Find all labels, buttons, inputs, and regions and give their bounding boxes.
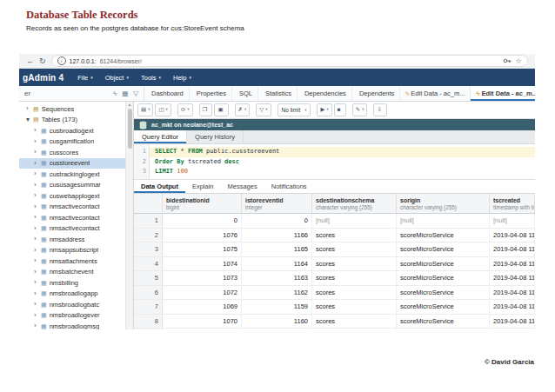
row-number-cell[interactable]: 4 — [134, 257, 163, 271]
row-number-cell[interactable]: 9 — [134, 329, 163, 329]
chevron-right-icon[interactable]: › — [34, 279, 38, 286]
chevron-right-icon[interactable]: › — [34, 203, 38, 210]
tree-table-item[interactable]: › ▦ nmsbatchevent — [19, 267, 125, 278]
tab-query-editor[interactable]: Query Editor — [134, 130, 187, 143]
tab-edit-data-1[interactable]: ϟ Edit Data - ac_m... — [400, 86, 471, 101]
paste-button[interactable]: ▣ — [214, 103, 228, 116]
cell-tscreated[interactable]: 2019-04-08 11:54:23+00 — [490, 300, 535, 314]
chevron-right-icon[interactable]: › — [34, 312, 38, 319]
cell-sorigin[interactable]: scoreMicroService — [397, 229, 490, 243]
tree-table-item[interactable]: › ▦ cususagesummar — [19, 180, 125, 191]
filter-button[interactable]: ▽ ▾ — [256, 103, 271, 116]
cell-tscreated[interactable]: 2019-04-08 11:54:36+00 — [490, 271, 535, 285]
chevron-right-icon[interactable]: › — [34, 290, 38, 297]
scrollbar-thumb[interactable] — [128, 109, 132, 149]
cell-bidestinationid[interactable]: 0 — [163, 214, 242, 228]
chevron-right-icon[interactable]: › — [34, 149, 38, 156]
row-number-cell[interactable]: 3 — [134, 243, 163, 256]
cell-bidestinationid[interactable]: 1076 — [163, 229, 242, 243]
stop-button[interactable]: ■ — [334, 103, 346, 116]
sql-code[interactable]: SELECT * FROM public.cusstoreevent Order… — [150, 144, 535, 179]
chevron-right-icon[interactable]: › — [34, 214, 38, 221]
cell-bidestinationid[interactable]: 1070 — [163, 315, 242, 329]
save-button[interactable]: ◫ ▾ — [155, 103, 171, 116]
cell-bidestinationid[interactable]: 1073 — [163, 271, 242, 285]
cell-istoreeventid[interactable]: 0 — [242, 214, 312, 228]
cell-bidestinationid[interactable]: 1075 — [163, 243, 242, 256]
execute-button[interactable]: ▶ ▾ — [317, 103, 331, 116]
info-icon[interactable]: i — [57, 56, 66, 65]
column-header-sorigin[interactable]: sorigin character varying (255) — [397, 194, 490, 213]
chevron-right-icon[interactable]: › — [34, 138, 38, 145]
key-icon[interactable] — [503, 56, 512, 65]
cell-istoreeventid[interactable]: 1164 — [242, 257, 312, 271]
back-icon[interactable]: ← — [26, 57, 34, 65]
open-file-button[interactable]: ▤ ▾ — [137, 103, 153, 116]
cell-sdestinationschema[interactable]: [null] — [312, 214, 397, 228]
view-data-icon[interactable]: ▦ — [122, 90, 128, 97]
chevron-down-icon[interactable]: ▾ — [26, 116, 30, 123]
tab-dashboard[interactable]: Dashboard — [144, 86, 190, 101]
edit-button[interactable]: ✎ ▾ — [352, 103, 368, 116]
tree-table-item[interactable]: › ▦ cusgamification — [19, 136, 125, 148]
cell-sdestinationschema[interactable]: scores — [312, 315, 397, 329]
tab-properties[interactable]: Properties — [190, 86, 232, 101]
tree-table-item[interactable]: › ▦ nmsaddress — [19, 234, 125, 245]
tree-table-item[interactable]: › ▦ cuswebapplogext — [19, 190, 125, 202]
cell-sorigin[interactable]: scoreMicroService — [397, 300, 490, 314]
cell-bidestinationid[interactable]: 1071 — [163, 329, 242, 329]
row-number-cell[interactable]: 5 — [134, 271, 163, 285]
cell-istoreeventid[interactable]: 1162 — [242, 286, 312, 300]
cell-sdestinationschema[interactable]: scores — [312, 300, 397, 314]
tree-table-item[interactable]: › ▦ cusbroadlogext — [19, 125, 125, 136]
row-number-cell[interactable]: 6 — [134, 286, 163, 300]
cell-sdestinationschema[interactable]: scores — [312, 257, 397, 271]
chevron-right-icon[interactable]: › — [34, 247, 38, 254]
cell-sdestinationschema[interactable]: scores — [312, 271, 397, 285]
cell-sorigin[interactable]: scoreMicroService — [397, 257, 490, 271]
cell-istoreeventid[interactable]: 1160 — [242, 315, 312, 329]
chevron-right-icon[interactable]: › — [34, 192, 38, 199]
chevron-right-icon[interactable]: › — [34, 301, 38, 308]
chevron-right-icon[interactable]: › — [34, 257, 38, 264]
row-limit-select[interactable]: No limit ▾ — [278, 103, 311, 116]
cell-sorigin[interactable]: [null] — [397, 214, 490, 228]
cell-istoreeventid[interactable]: 1159 — [242, 300, 312, 314]
cell-istoreeventid[interactable]: 1166 — [242, 229, 312, 243]
menu-object[interactable]: Object ▾ — [105, 74, 129, 82]
cell-tscreated[interactable]: 2019-04-08 11:54:39+00 — [490, 229, 535, 243]
cell-sdestinationschema[interactable]: scores — [312, 329, 397, 329]
cell-tscreated[interactable]: 2019-04-08 11:54:24+00 — [490, 286, 535, 300]
scroll-up-icon[interactable]: ▲ — [128, 102, 131, 108]
row-number-header[interactable] — [134, 194, 163, 213]
row-number-cell[interactable]: 2 — [134, 229, 163, 243]
chevron-right-icon[interactable]: › — [34, 236, 38, 243]
tree-table-item[interactable]: › ▦ nmsbroadlogever — [19, 310, 125, 322]
tab-dependents[interactable]: Dependents — [352, 86, 400, 101]
cell-bidestinationid[interactable]: 1074 — [163, 257, 242, 271]
chevron-right-icon[interactable]: › — [34, 127, 38, 134]
cell-sdestinationschema[interactable]: scores — [312, 243, 397, 256]
row-number-cell[interactable]: 1 — [134, 214, 163, 228]
chevron-right-icon[interactable]: › — [34, 269, 38, 276]
tree-table-item[interactable]: › ▦ nmsbilling — [19, 277, 125, 289]
cell-sdestinationschema[interactable]: scores — [312, 229, 397, 243]
tree-table-item[interactable]: › ▦ custrackinglogext — [19, 169, 125, 180]
tree-table-item[interactable]: › ▦ nmsbroadlogbatc — [19, 299, 125, 310]
chevron-right-icon[interactable]: › — [34, 170, 38, 177]
cell-sorigin[interactable]: scoreMicroService — [397, 271, 490, 285]
tree-table-item[interactable]: › ▦ nmsactivecontact — [19, 212, 125, 223]
cell-sorigin[interactable]: scoreMicroService — [397, 286, 490, 300]
tab-data-output[interactable]: Data Output — [134, 180, 185, 193]
filter-icon[interactable]: ▽ — [133, 90, 138, 97]
chevron-right-icon[interactable]: › — [34, 160, 38, 167]
menu-file[interactable]: File ▾ — [77, 74, 93, 82]
tree-table-item[interactable]: › ▦ nmsattachments — [19, 256, 125, 267]
tab-query-history[interactable]: Query History — [187, 130, 244, 143]
cell-tscreated[interactable]: [null] — [490, 214, 535, 228]
chevron-right-icon[interactable]: › — [26, 105, 30, 112]
tab-explain[interactable]: Explain — [185, 180, 221, 193]
tree-table-item[interactable]: › ▦ cusscores — [19, 147, 125, 158]
menu-help[interactable]: Help ▾ — [173, 74, 191, 82]
cell-tscreated[interactable]: 2019-04-08 11:54:22+00 — [490, 315, 535, 329]
